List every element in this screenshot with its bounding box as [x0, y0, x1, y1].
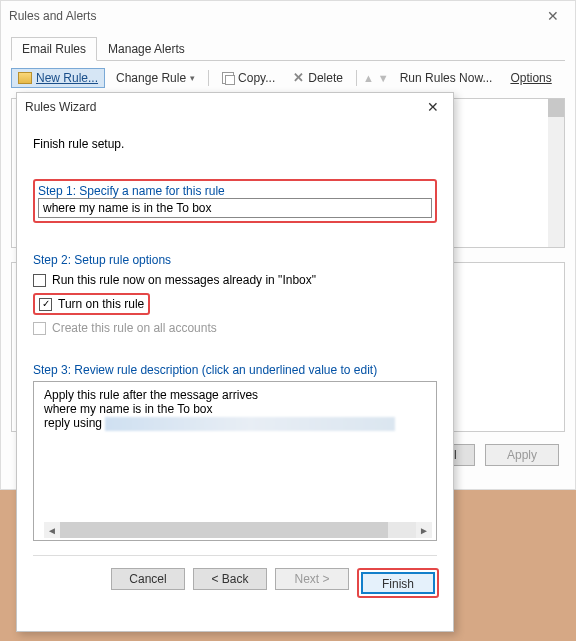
move-down-icon[interactable]: ▼ [378, 72, 389, 84]
rules-wizard-window: Rules Wizard ✕ Finish rule setup. Step 1… [16, 92, 454, 632]
reply-template-link[interactable] [105, 417, 395, 431]
rule-name-input[interactable] [38, 198, 432, 218]
wizard-titlebar: Rules Wizard ✕ [17, 93, 453, 121]
delete-x-icon: ✕ [293, 70, 304, 85]
tab-strip: Email Rules Manage Alerts [11, 37, 565, 61]
turn-on-checkbox-row[interactable]: Turn on this rule [39, 297, 144, 311]
checkbox-disabled-icon [33, 322, 46, 335]
options-link[interactable]: Options [503, 68, 558, 88]
change-rule-button[interactable]: Change Rule ▾ [109, 68, 202, 88]
checkbox-checked-icon[interactable] [39, 298, 52, 311]
scroll-track[interactable] [60, 522, 416, 538]
desc-line-1: Apply this rule after the message arrive… [44, 388, 432, 402]
all-accounts-checkbox-row: Create this rule on all accounts [33, 321, 437, 335]
wizard-button-row: Cancel < Back Next > Finish [17, 564, 453, 610]
scrollbar-thumb[interactable] [548, 99, 564, 117]
new-rule-icon [18, 72, 32, 84]
cancel-button[interactable]: Cancel [111, 568, 185, 590]
move-up-icon[interactable]: ▲ [363, 72, 374, 84]
toolbar-separator [208, 70, 209, 86]
wizard-body: Finish rule setup. Step 1: Specify a nam… [17, 121, 453, 556]
chevron-down-icon: ▾ [190, 73, 195, 83]
scroll-left-icon[interactable]: ◄ [44, 525, 60, 536]
delete-button[interactable]: ✕ Delete [286, 67, 350, 88]
apply-button[interactable]: Apply [485, 444, 559, 466]
run-rules-button[interactable]: Run Rules Now... [393, 68, 500, 88]
back-button[interactable]: < Back [193, 568, 267, 590]
checkbox-unchecked-icon[interactable] [33, 274, 46, 287]
turn-on-label: Turn on this rule [58, 297, 144, 311]
tab-manage-alerts[interactable]: Manage Alerts [97, 37, 196, 61]
finish-highlight: Finish [357, 568, 439, 598]
step1-label: Step 1: Specify a name for this rule [38, 184, 432, 198]
step1-highlight: Step 1: Specify a name for this rule [33, 179, 437, 223]
run-now-label: Run this rule now on messages already in… [52, 273, 316, 287]
run-now-checkbox-row[interactable]: Run this rule now on messages already in… [33, 273, 437, 287]
copy-button[interactable]: Copy... [215, 68, 282, 88]
close-icon[interactable]: ✕ [539, 8, 567, 24]
scrollbar-horizontal[interactable]: ◄ ► [44, 522, 432, 538]
window-title: Rules and Alerts [9, 9, 96, 23]
desc-line-3: reply using [44, 416, 432, 431]
rule-description-content: Apply this rule after the message arrive… [44, 388, 432, 520]
scrollbar-vertical[interactable] [548, 99, 564, 247]
finish-button[interactable]: Finish [361, 572, 435, 594]
toolbar-separator [356, 70, 357, 86]
window-titlebar: Rules and Alerts ✕ [1, 1, 575, 31]
close-icon[interactable]: ✕ [421, 99, 445, 115]
scroll-right-icon[interactable]: ► [416, 525, 432, 536]
tab-email-rules[interactable]: Email Rules [11, 37, 97, 61]
step3-label: Step 3: Review rule description (click a… [33, 363, 437, 377]
toolbar: New Rule... Change Rule ▾ Copy... ✕ Dele… [11, 61, 565, 94]
rule-description-editor[interactable]: Apply this rule after the message arrive… [33, 381, 437, 541]
turn-on-highlight: Turn on this rule [33, 293, 150, 315]
scrollbar-thumb[interactable] [60, 522, 388, 538]
wizard-subtitle: Finish rule setup. [33, 137, 437, 151]
desc-line-2: where my name is in the To box [44, 402, 432, 416]
step2-label: Step 2: Setup rule options [33, 253, 437, 267]
all-accounts-label: Create this rule on all accounts [52, 321, 217, 335]
new-rule-button[interactable]: New Rule... [11, 68, 105, 88]
next-button: Next > [275, 568, 349, 590]
separator [33, 555, 437, 556]
wizard-title: Rules Wizard [25, 100, 96, 114]
